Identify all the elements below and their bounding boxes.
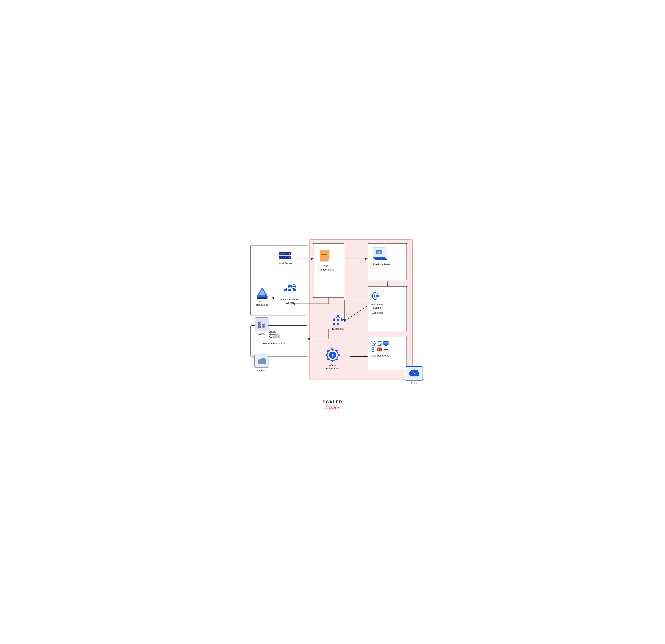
azure-automation-label: AzureAutomation: [326, 364, 339, 370]
hybrid-runbook-worker-node: Hybrid RunbookWorker: [281, 284, 299, 305]
runbooks-label: Runbooks: [332, 327, 344, 331]
svg-rect-74: [326, 354, 327, 356]
svg-rect-73: [332, 360, 334, 362]
automation-solution-label: AutomationSolution: [371, 303, 384, 310]
azure-resources-label: Azure Resources: [370, 354, 389, 357]
svg-rect-20: [280, 253, 286, 254]
server-icon: [278, 252, 292, 261]
local-server-label: Local Server: [278, 262, 292, 265]
svg-rect-37: [295, 286, 296, 287]
svg-rect-47: [264, 327, 265, 328]
local-resources-label: LocalResources: [256, 300, 268, 307]
cloud-icon: [256, 357, 266, 366]
azure-label: Azure: [411, 382, 417, 385]
monitor-icon: [383, 341, 389, 346]
svg-rect-25: [288, 285, 291, 287]
svg-rect-72: [332, 349, 334, 350]
svg-rect-99: [385, 345, 387, 346]
azure-resources-node: SQL Azure Resources: [369, 340, 390, 357]
svg-rect-27: [288, 289, 291, 291]
svg-line-30: [290, 287, 290, 289]
local-resources-icon: [255, 286, 269, 299]
svg-line-92: [371, 341, 375, 345]
svg-rect-40: [259, 323, 260, 324]
vm-label: Virtual Machines: [372, 263, 391, 266]
svg-text:SQL: SQL: [378, 349, 381, 350]
svg-rect-77: [336, 358, 338, 361]
svg-rect-98: [384, 342, 388, 344]
hybrid-runbook-icon: [283, 284, 297, 297]
branding-topics: Topics: [245, 405, 421, 411]
svg-rect-46: [262, 327, 263, 328]
document-icon: [377, 341, 382, 346]
diagram-area: Local Server LocalResources: [245, 233, 421, 394]
svg-rect-41: [260, 323, 261, 324]
svg-rect-35: [293, 288, 294, 289]
runbooks-icon: [331, 314, 344, 326]
svg-rect-78: [326, 358, 329, 360]
ellipsis-icon: [383, 347, 389, 352]
svg-rect-79: [336, 349, 338, 352]
svg-rect-45: [264, 325, 265, 326]
azure-automation-icon: [325, 348, 340, 363]
svg-point-107: [387, 349, 388, 350]
svg-rect-28: [293, 289, 296, 291]
workspace-label: Workspace: [372, 312, 383, 315]
vm-inner-icon: VM: [376, 250, 382, 255]
svg-rect-44: [262, 325, 263, 326]
svg-rect-42: [259, 325, 260, 326]
svg-point-19: [289, 257, 290, 258]
svg-rect-60: [332, 319, 335, 321]
automation-solution-node: AutomationSolution Workspace: [371, 290, 384, 314]
runbooks-node: Runbooks: [331, 314, 344, 331]
svg-point-18: [289, 253, 290, 255]
internet-label: Internet: [257, 369, 266, 372]
local-icon: [255, 317, 268, 331]
svg-rect-86: [375, 292, 376, 293]
svg-rect-26: [284, 289, 287, 291]
svg-rect-67: [337, 323, 339, 325]
dsc-label: DSCConfigurations: [318, 265, 334, 272]
branding: SCALER Topics: [245, 399, 421, 411]
external-resources-node: External Resources: [263, 330, 285, 345]
azure-automation-node: AzureAutomation: [325, 348, 340, 370]
svg-rect-87: [375, 299, 376, 300]
virtual-machines-node: VM Virtual Machines: [372, 247, 391, 266]
azure-node: Az Azure: [405, 366, 423, 385]
no-icon: [370, 341, 376, 346]
svg-rect-75: [338, 354, 340, 356]
svg-point-102: [372, 349, 374, 350]
svg-text:Az: Az: [413, 372, 415, 374]
local-resources-node: LocalResources: [255, 286, 269, 307]
internet-icon-box: [254, 354, 268, 368]
gear-small-icon: [370, 347, 376, 352]
svg-point-105: [384, 349, 385, 350]
svg-rect-66: [332, 323, 335, 325]
svg-rect-88: [372, 295, 373, 297]
branding-scaler: SCALER: [245, 399, 421, 405]
svg-rect-43: [260, 325, 261, 326]
svg-line-63: [334, 317, 338, 319]
azure-icon-box: Az: [405, 366, 423, 380]
local-server-node: Local Server: [278, 252, 292, 265]
azure-resources-icons: SQL: [369, 340, 390, 353]
automation-gear-icon: [371, 290, 384, 302]
svg-rect-100: [385, 346, 387, 346]
svg-rect-61: [337, 319, 339, 321]
azure-cloud-icon: Az: [408, 369, 420, 377]
external-resources-icon: [267, 330, 282, 341]
vm-card-front: VM: [373, 247, 385, 258]
svg-point-106: [385, 349, 386, 350]
svg-rect-55: [320, 250, 328, 260]
svg-line-65: [338, 317, 342, 319]
sql-icon: SQL: [377, 347, 382, 352]
svg-rect-24: [257, 297, 267, 299]
svg-rect-62: [341, 319, 343, 321]
svg-rect-59: [337, 315, 339, 317]
building-icon: [257, 319, 266, 329]
dsc-configurations-node: DSCConfigurations: [318, 249, 334, 272]
svg-line-29: [285, 287, 290, 289]
dsc-icon: [320, 249, 332, 264]
hybrid-runbook-label: Hybrid RunbookWorker: [281, 298, 299, 305]
external-resources-label: External Resources: [263, 342, 285, 345]
